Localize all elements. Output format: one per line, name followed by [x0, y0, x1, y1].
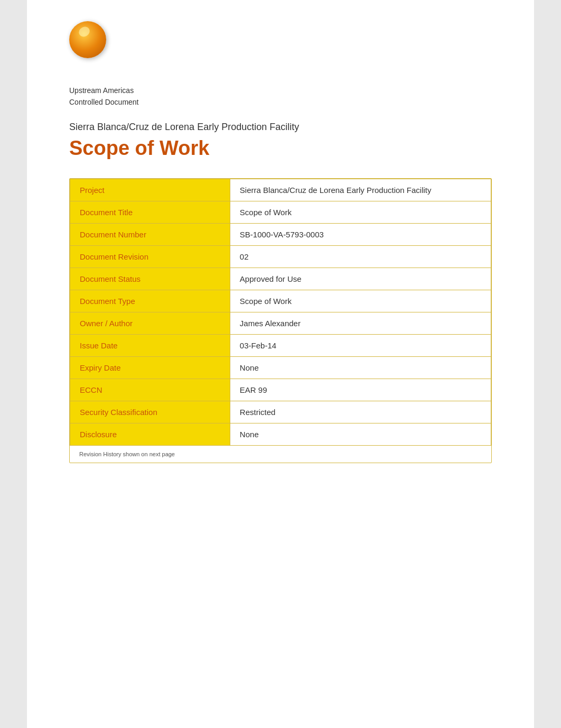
org-name: Upstream Americas [69, 85, 492, 96]
row-label: Project [70, 179, 230, 201]
table-row: Owner / AuthorJames Alexander [70, 312, 491, 334]
table-row: Document TitleScope of Work [70, 201, 491, 223]
row-label: Issue Date [70, 334, 230, 356]
row-label: ECCN [70, 379, 230, 401]
revision-note-text: Revision History shown on next page [79, 451, 175, 457]
row-label: Disclosure [70, 423, 230, 445]
table-row: Document StatusApproved for Use [70, 268, 491, 290]
revision-note: Revision History shown on next page [70, 446, 491, 463]
project-title: Sierra Blanca/Cruz de Lorena Early Produ… [69, 122, 492, 133]
row-label: Document Number [70, 223, 230, 245]
table-row: Expiry DateNone [70, 356, 491, 379]
table-row: DisclosureNone [70, 423, 491, 445]
row-value: SB-1000-VA-5793-0003 [230, 223, 491, 245]
page: Upstream Americas Controlled Document Si… [27, 0, 534, 728]
row-value: Restricted [230, 401, 491, 423]
row-value: James Alexander [230, 312, 491, 334]
main-title: Scope of Work [69, 137, 492, 160]
row-value: Approved for Use [230, 268, 491, 290]
metadata-table-wrapper: ProjectSierra Blanca/Cruz de Lorena Earl… [69, 178, 492, 463]
row-label: Security Classification [70, 401, 230, 423]
table-row: Issue Date03-Feb-14 [70, 334, 491, 356]
row-label: Owner / Author [70, 312, 230, 334]
row-value: EAR 99 [230, 379, 491, 401]
row-value: 02 [230, 245, 491, 268]
org-info: Upstream Americas Controlled Document [69, 85, 492, 108]
table-row: Document NumberSB-1000-VA-5793-0003 [70, 223, 491, 245]
row-value: Scope of Work [230, 201, 491, 223]
row-label: Document Status [70, 268, 230, 290]
row-label: Expiry Date [70, 356, 230, 379]
doc-type: Controlled Document [69, 96, 492, 108]
table-row: Document Revision02 [70, 245, 491, 268]
row-value: Sierra Blanca/Cruz de Lorena Early Produ… [230, 179, 491, 201]
row-value: Scope of Work [230, 290, 491, 312]
company-logo [69, 21, 106, 58]
row-label: Document Type [70, 290, 230, 312]
row-label: Document Title [70, 201, 230, 223]
table-row: Document TypeScope of Work [70, 290, 491, 312]
metadata-table: ProjectSierra Blanca/Cruz de Lorena Earl… [70, 179, 491, 446]
row-label: Document Revision [70, 245, 230, 268]
row-value: None [230, 423, 491, 445]
table-row: Security ClassificationRestricted [70, 401, 491, 423]
row-value: 03-Feb-14 [230, 334, 491, 356]
row-value: None [230, 356, 491, 379]
table-row: ProjectSierra Blanca/Cruz de Lorena Earl… [70, 179, 491, 201]
logo-container [69, 21, 492, 58]
table-row: ECCNEAR 99 [70, 379, 491, 401]
